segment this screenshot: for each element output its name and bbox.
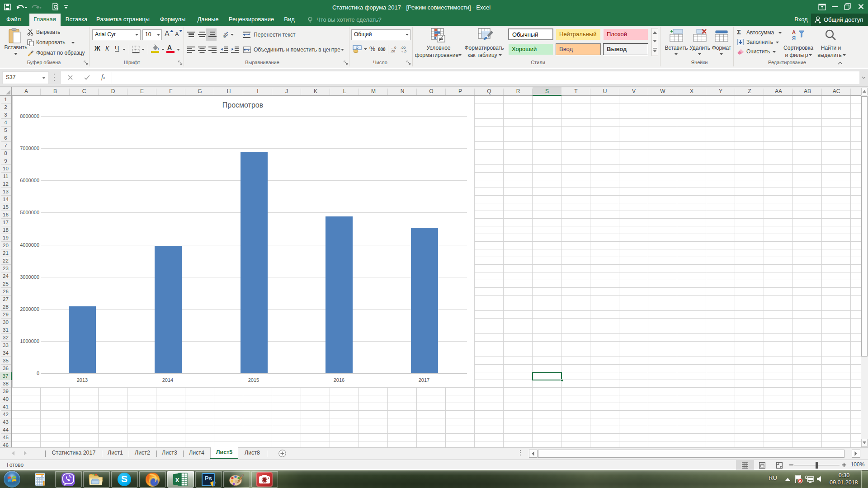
svg-text:А: А xyxy=(792,29,796,35)
svg-text:Я: Я xyxy=(792,35,796,41)
